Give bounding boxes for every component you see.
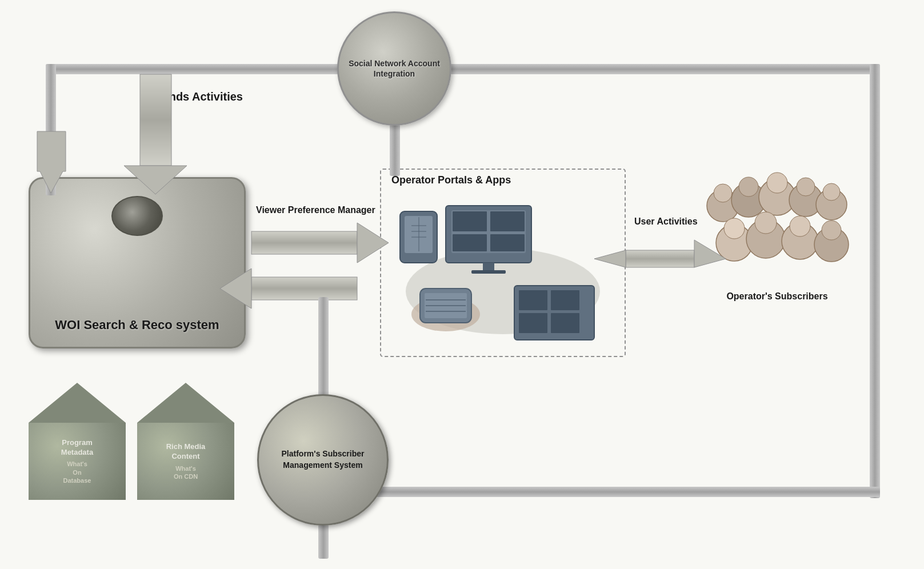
svg-point-45 [714, 184, 732, 202]
svg-rect-12 [626, 250, 694, 267]
media-subtitle: What'sOn CDN [174, 464, 198, 481]
operator-devices-svg [389, 200, 617, 343]
metadata-subtitle: What'sOnDatabase [63, 460, 91, 484]
svg-point-61 [822, 221, 841, 240]
svg-rect-1 [870, 64, 880, 498]
svg-rect-41 [551, 290, 579, 310]
subscribers-svg [706, 160, 854, 286]
svg-rect-2 [323, 487, 880, 497]
svg-point-59 [790, 216, 810, 237]
svg-rect-32 [471, 270, 506, 274]
media-house-body: Rich MediaContent What'sOn CDN [137, 423, 234, 500]
user-activities-label: User Activities [634, 216, 698, 228]
svg-rect-0 [46, 64, 880, 74]
svg-rect-3 [46, 64, 56, 195]
platform-label: Platform's Subscriber Management System [259, 448, 387, 471]
social-network-node: Social Network Account Integration [337, 11, 451, 126]
svg-rect-31 [483, 263, 494, 271]
media-house-roof [137, 383, 234, 423]
svg-rect-27 [453, 211, 487, 231]
metadata-house-body: ProgramMetadata What'sOnDatabase [29, 423, 126, 500]
program-metadata-node: ProgramMetadata What'sOnDatabase [29, 383, 126, 497]
diagram-container: Social Network Account Integration Frien… [0, 0, 924, 569]
metadata-title: ProgramMetadata [61, 438, 93, 458]
svg-rect-30 [490, 234, 525, 251]
svg-rect-42 [519, 313, 547, 333]
svg-rect-6 [140, 74, 171, 166]
operator-subscribers-label: Operator's Subscribers [711, 291, 843, 302]
svg-point-53 [823, 183, 840, 201]
friends-activities-label: Friends Activities [148, 90, 243, 103]
svg-rect-43 [551, 313, 579, 333]
svg-rect-29 [453, 234, 487, 251]
media-title: Rich MediaContent [166, 442, 206, 462]
rich-media-node: Rich MediaContent What'sOn CDN [137, 383, 234, 497]
woi-title: WOI Search & Reco system [55, 318, 219, 332]
svg-point-47 [739, 177, 758, 197]
svg-rect-17 [318, 297, 329, 400]
svg-rect-16 [318, 524, 329, 559]
viewer-preference-label: Viewer Preference Manager [256, 205, 375, 217]
platform-subscriber-node: Platform's Subscriber Management System [257, 394, 389, 526]
svg-rect-28 [490, 211, 525, 231]
woi-search-node: WOI Search & Reco system [29, 177, 246, 348]
svg-point-57 [755, 212, 777, 234]
svg-point-51 [797, 178, 815, 196]
subscription-info-label: Subscription Info [256, 288, 331, 300]
svg-rect-8 [251, 231, 357, 254]
metadata-house-roof [29, 383, 126, 423]
woi-icon [111, 196, 163, 236]
social-network-label: Social Network Account Integration [339, 58, 450, 79]
svg-rect-40 [519, 290, 547, 310]
svg-point-49 [767, 173, 787, 193]
svg-point-55 [724, 218, 745, 239]
